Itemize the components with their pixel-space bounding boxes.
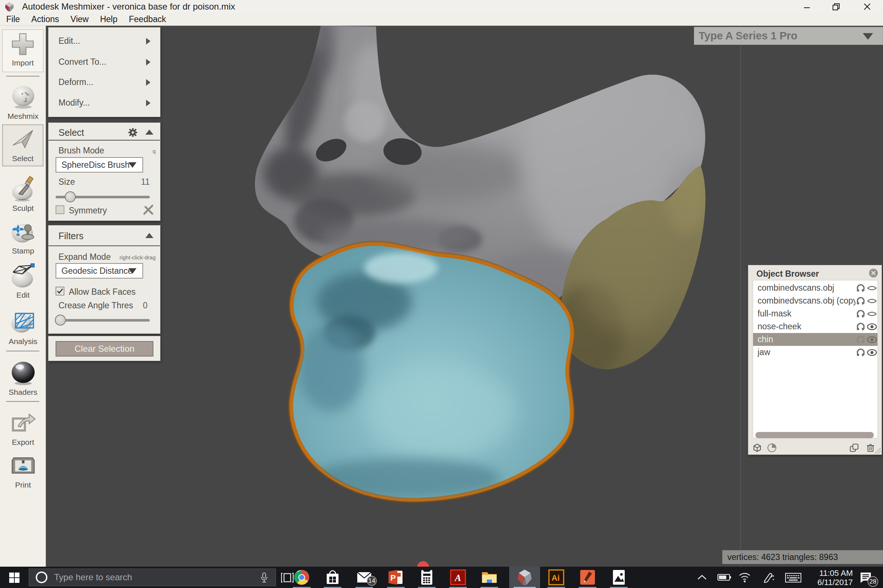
eye-hidden-icon[interactable] — [867, 296, 877, 306]
magnet-transform-icon[interactable] — [855, 322, 867, 332]
crease-angle-slider[interactable] — [55, 319, 150, 322]
acrobat-icon: A — [450, 569, 466, 585]
allow-back-faces-checkbox[interactable] — [55, 286, 64, 296]
taskbar-app-calculator[interactable] — [411, 567, 442, 588]
battery-icon[interactable] — [717, 573, 732, 582]
sidebar-item-meshmix[interactable]: Meshmix — [0, 83, 46, 121]
close-button[interactable] — [856, 0, 878, 13]
object-row[interactable]: full-mask — [753, 307, 877, 320]
context-item-deform[interactable]: Deform... — [49, 75, 160, 89]
eye-visible-icon[interactable] — [867, 334, 877, 344]
object-row[interactable]: jaw — [753, 346, 877, 359]
eye-visible-icon[interactable] — [867, 347, 877, 357]
cube-view-icon[interactable] — [752, 442, 762, 453]
object-row[interactable]: combinedvscans.obj (copy 1) — [753, 294, 877, 307]
meshmix-sphere-icon — [10, 83, 37, 110]
select-tool-panel: Select Brush Mode q SphereDisc Brush Siz… — [48, 123, 160, 221]
menu-view[interactable]: View — [70, 14, 88, 24]
crease-angle-label: Crease Angle Thres — [58, 301, 133, 310]
magnet-transform-icon[interactable] — [855, 283, 867, 293]
object-row[interactable]: chin — [753, 333, 877, 346]
taskbar-app-file-explorer[interactable] — [474, 567, 505, 588]
search-input[interactable] — [53, 572, 230, 583]
sidebar-item-sculpt[interactable]: Sculpt — [0, 175, 46, 213]
submenu-arrow-icon — [146, 79, 150, 86]
eye-hidden-icon[interactable] — [867, 309, 877, 319]
menu-file[interactable]: File — [6, 14, 20, 24]
microphone-icon[interactable] — [259, 572, 269, 583]
printer-selector-bar[interactable]: Type A Series 1 Pro — [694, 27, 883, 45]
meshmixer-logo-icon — [4, 2, 14, 12]
svg-text:P: P — [390, 573, 396, 582]
wifi-icon[interactable] — [739, 572, 751, 582]
panel-resize-grip[interactable] — [873, 446, 881, 454]
submenu-arrow-icon — [146, 59, 150, 66]
restore-button[interactable] — [826, 0, 847, 13]
sidebar-item-import[interactable]: Import — [2, 29, 43, 72]
object-row[interactable]: combinedvscans.obj — [753, 282, 877, 294]
sidebar-item-analysis[interactable]: Analysis — [0, 308, 46, 346]
sidebar-item-export[interactable]: Export — [0, 409, 46, 447]
taskbar-app-illustrator[interactable]: Ai — [541, 567, 572, 588]
brush-mode-dropdown[interactable]: SphereDisc Brush — [55, 157, 143, 172]
context-item-convert-to[interactable]: Convert To... — [49, 54, 160, 69]
windows-taskbar: 14 P A — [0, 567, 883, 588]
tray-clock[interactable]: 11:05 AM 6/11/2017 — [817, 568, 853, 587]
magnet-transform-icon[interactable] — [855, 334, 867, 344]
minimize-button[interactable] — [796, 0, 817, 13]
symmetry-checkbox[interactable] — [55, 206, 64, 214]
eye-hidden-icon[interactable] — [867, 283, 877, 293]
sidebar-item-shaders[interactable]: Shaders — [0, 359, 46, 397]
menu-actions[interactable]: Actions — [31, 14, 59, 24]
context-item-edit[interactable]: Edit... — [49, 33, 160, 48]
close-icon[interactable] — [869, 268, 878, 278]
tray-chevron-up-icon[interactable] — [697, 574, 708, 581]
eye-visible-icon[interactable] — [867, 322, 877, 332]
magnet-transform-icon[interactable] — [855, 347, 867, 357]
collapse-panel-arrow[interactable] — [145, 129, 153, 135]
horizontal-scrollbar[interactable] — [756, 432, 874, 438]
taskbar-search-box[interactable] — [29, 568, 276, 586]
store-icon — [325, 569, 340, 585]
mesh-stats-bar: vertices: 4623 triangles: 8963 — [722, 550, 883, 564]
taskbar-app-photos[interactable] — [603, 567, 634, 588]
status-divider — [741, 550, 741, 564]
stamp-icon — [10, 218, 37, 245]
taskbar-app-chrome[interactable] — [286, 567, 317, 588]
title-bar: Autodesk Meshmixer - veronica base for d… — [0, 0, 883, 13]
sidebar-item-stamp[interactable]: Stamp — [0, 218, 46, 255]
panel-divider — [49, 245, 160, 246]
menu-help[interactable]: Help — [100, 14, 117, 24]
taskbar-app-mail[interactable]: 14 — [349, 567, 380, 588]
touch-keyboard-icon[interactable] — [785, 573, 801, 582]
chevron-down-icon — [128, 268, 136, 274]
menu-feedback[interactable]: Feedback — [129, 14, 166, 24]
sidebar-item-edit[interactable]: Edit — [0, 262, 46, 300]
taskbar-app-acrobat[interactable]: A — [442, 567, 474, 588]
clear-selection-button[interactable]: Clear Selection — [55, 341, 153, 357]
toolbar-separator — [6, 351, 39, 351]
collapse-panel-arrow[interactable] — [145, 233, 153, 238]
sidebar-item-select[interactable]: Select — [2, 124, 43, 166]
context-item-modify[interactable]: Modify... — [49, 95, 160, 110]
magnet-transform-icon[interactable] — [855, 309, 867, 319]
magnet-transform-icon[interactable] — [855, 296, 867, 306]
expand-mode-dropdown[interactable]: Geodesic Distance — [55, 263, 143, 279]
taskbar-app-powerpoint[interactable]: P — [381, 567, 411, 588]
taskbar-app-meshmixer[interactable] — [509, 567, 540, 588]
gear-icon[interactable] — [127, 128, 138, 138]
size-slider-handle[interactable] — [65, 191, 76, 202]
pen-icon[interactable] — [762, 572, 774, 583]
taskbar-app-store[interactable] — [317, 567, 348, 588]
pie-clock-icon[interactable] — [767, 442, 777, 453]
sidebar-item-label: Import — [3, 58, 43, 68]
taskbar-app-sketch[interactable] — [572, 567, 603, 588]
object-row[interactable]: nose-cheek — [753, 320, 877, 333]
tools-wrench-icon[interactable] — [142, 204, 154, 216]
powerpoint-icon: P — [388, 569, 404, 585]
sidebar-item-print[interactable]: Print — [0, 452, 46, 489]
object-browser-title: Object Browser — [756, 269, 819, 279]
crease-angle-slider-handle[interactable] — [55, 315, 66, 326]
start-button-icon[interactable] — [9, 572, 20, 583]
duplicate-object-icon[interactable] — [849, 442, 859, 453]
